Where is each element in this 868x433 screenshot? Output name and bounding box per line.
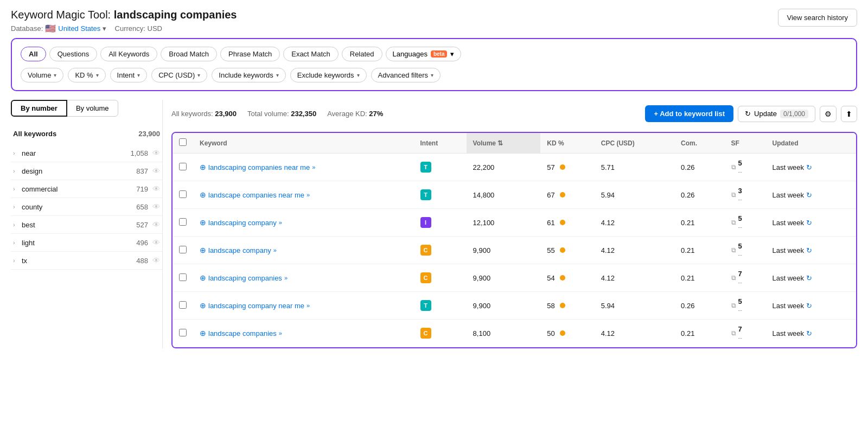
keyword-link[interactable]: ⊕ landscaping company near me » xyxy=(200,301,407,310)
tab-all[interactable]: All xyxy=(21,47,46,61)
export-button[interactable]: ⬆ xyxy=(841,106,857,122)
eye-icon[interactable]: 👁 xyxy=(152,202,160,211)
com-cell: 0.21 xyxy=(674,320,725,347)
row-checkbox[interactable] xyxy=(179,190,187,198)
row-checkbox-cell[interactable] xyxy=(173,209,193,237)
refresh-icon[interactable]: ↻ xyxy=(806,274,812,282)
eye-icon[interactable]: 👁 xyxy=(152,149,160,157)
keyword-link[interactable]: ⊕ landscaping company » xyxy=(200,218,407,227)
row-checkbox[interactable] xyxy=(179,218,187,226)
row-checkbox-cell[interactable] xyxy=(173,181,193,209)
results-table: Keyword Intent Volume ⇅ KD % CPC (USD) C… xyxy=(173,133,856,347)
row-checkbox-cell[interactable] xyxy=(173,264,193,292)
sort-by-number-button[interactable]: By number xyxy=(11,100,67,117)
sidebar-all-count: 23,900 xyxy=(138,130,160,138)
sidebar-item-light[interactable]: › light 496 👁 xyxy=(11,234,162,252)
eye-icon[interactable]: 👁 xyxy=(152,256,160,265)
eye-icon[interactable]: 👁 xyxy=(152,184,160,193)
intent-cell: T xyxy=(414,292,467,320)
add-to-keyword-list-button[interactable]: + Add to keyword list xyxy=(645,105,733,122)
refresh-icon[interactable]: ↻ xyxy=(806,246,812,254)
cpc-cell: 4.12 xyxy=(595,209,674,237)
include-keywords-filter[interactable]: Include keywords ▾ xyxy=(212,68,285,82)
chevron-down-icon: ▾ xyxy=(357,72,360,78)
kd-cell: 58 xyxy=(540,292,594,320)
page-title: Keyword Magic Tool: landscaping companie… xyxy=(11,9,237,21)
cpc-cell: 5.94 xyxy=(595,181,674,209)
sidebar-item-commercial[interactable]: › commercial 719 👁 xyxy=(11,180,162,198)
refresh-icon[interactable]: ↻ xyxy=(806,163,812,171)
select-all-header[interactable] xyxy=(173,133,193,154)
refresh-icon[interactable]: ↻ xyxy=(806,302,812,310)
refresh-icon[interactable]: ↻ xyxy=(806,219,812,227)
volume-column-header[interactable]: Volume ⇅ xyxy=(467,133,541,154)
row-checkbox[interactable] xyxy=(179,163,187,170)
chevron-down-icon[interactable]: ▾ xyxy=(103,24,106,33)
row-checkbox[interactable] xyxy=(179,301,187,309)
intent-badge: C xyxy=(420,272,431,283)
refresh-icon[interactable]: ↻ xyxy=(806,191,812,199)
kd-indicator xyxy=(560,192,565,198)
tab-broad-match[interactable]: Broad Match xyxy=(161,47,217,61)
view-search-history-button[interactable]: View search history xyxy=(778,9,857,27)
com-cell: 0.26 xyxy=(674,292,725,320)
sidebar-all-keywords[interactable]: All keywords 23,900 xyxy=(11,125,162,142)
kd-indicator xyxy=(560,330,565,336)
select-all-checkbox[interactable] xyxy=(179,138,187,146)
eye-icon[interactable]: 👁 xyxy=(152,167,160,175)
intent-cell: C xyxy=(414,264,467,292)
settings-button[interactable]: ⚙ xyxy=(820,106,837,122)
row-checkbox[interactable] xyxy=(179,329,187,336)
languages-dropdown[interactable]: Languages beta ▾ xyxy=(386,47,462,61)
row-checkbox-cell[interactable] xyxy=(173,154,193,181)
com-cell: 0.26 xyxy=(674,181,725,209)
row-checkbox-cell[interactable] xyxy=(173,237,193,264)
sidebar-item-design[interactable]: › design 837 👁 xyxy=(11,162,162,180)
refresh-icon[interactable]: ↻ xyxy=(806,329,812,338)
kd-filter[interactable]: KD % ▾ xyxy=(68,68,105,82)
sidebar-item-county[interactable]: › county 658 👁 xyxy=(11,198,162,216)
tab-related[interactable]: Related xyxy=(342,47,382,61)
cpc-filter[interactable]: CPC (USD) ▾ xyxy=(151,68,207,82)
sf-value: 7-- xyxy=(738,325,742,341)
add-circle-icon: ⊕ xyxy=(200,246,206,254)
tab-exact-match[interactable]: Exact Match xyxy=(283,47,339,61)
sidebar-item-best[interactable]: › best 527 👁 xyxy=(11,216,162,234)
sort-icon: ⇅ xyxy=(497,139,503,147)
keyword-link[interactable]: ⊕ landscape companies near me » xyxy=(200,190,407,199)
chevron-down-icon: ▾ xyxy=(96,72,99,78)
volume-filter[interactable]: Volume ▾ xyxy=(21,68,63,82)
eye-icon[interactable]: 👁 xyxy=(152,238,160,247)
tab-all-keywords[interactable]: All Keywords xyxy=(100,47,157,61)
sort-by-volume-button[interactable]: By volume xyxy=(67,100,118,117)
sf-copy-icon: ⧉ xyxy=(731,219,736,226)
row-checkbox[interactable] xyxy=(179,246,187,253)
row-checkbox-cell[interactable] xyxy=(173,320,193,347)
updated-cell: Last week ↻ xyxy=(766,209,857,237)
exclude-keywords-filter[interactable]: Exclude keywords ▾ xyxy=(290,68,367,82)
tab-questions[interactable]: Questions xyxy=(49,47,98,61)
chevron-down-icon: ▾ xyxy=(137,72,140,78)
advanced-filters[interactable]: Advanced filters ▾ xyxy=(371,68,441,82)
row-checkbox-cell[interactable] xyxy=(173,292,193,320)
keyword-link[interactable]: ⊕ landscaping companies near me » xyxy=(200,163,407,171)
keyword-link[interactable]: ⊕ landscaping companies » xyxy=(200,273,407,282)
upload-icon: ⬆ xyxy=(846,110,852,118)
keyword-link[interactable]: ⊕ landscape company » xyxy=(200,246,407,254)
intent-badge: I xyxy=(420,217,431,228)
row-checkbox[interactable] xyxy=(179,273,187,281)
com-cell: 0.21 xyxy=(674,237,725,264)
sf-copy-icon: ⧉ xyxy=(731,163,736,171)
sidebar-item-tx[interactable]: › tx 488 👁 xyxy=(11,252,162,270)
intent-filter[interactable]: Intent ▾ xyxy=(110,68,148,82)
chevron-down-icon: ▾ xyxy=(54,72,56,78)
sf-cell: ⧉ 5-- xyxy=(725,154,766,181)
update-button[interactable]: ↻ Update 0/1,000 xyxy=(738,106,815,122)
tab-phrase-match[interactable]: Phrase Match xyxy=(220,47,280,61)
add-circle-icon: ⊕ xyxy=(200,301,206,310)
sidebar-item-near[interactable]: › near 1,058 👁 xyxy=(11,144,162,162)
country-link[interactable]: United States xyxy=(58,24,100,33)
eye-icon[interactable]: 👁 xyxy=(152,220,160,229)
keyword-link[interactable]: ⊕ landscape companies » xyxy=(200,329,407,338)
beta-badge: beta xyxy=(431,50,448,58)
